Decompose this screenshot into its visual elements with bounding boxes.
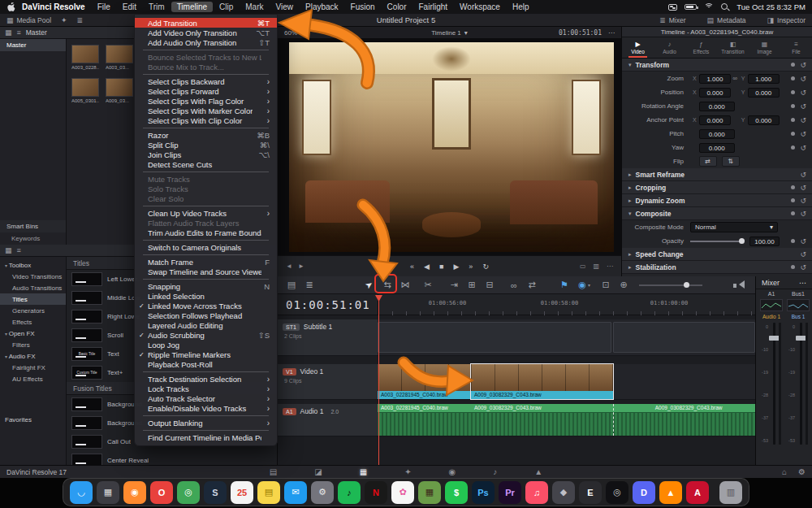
reset-icon[interactable]: ↺ [800, 75, 806, 83]
mixer-options-icon[interactable]: ⋯ [799, 279, 806, 287]
effects-nav-item[interactable]: Fairlight FX [0, 362, 66, 373]
menu-item[interactable]: ✓ Select Clips Forward › [135, 86, 277, 96]
audio-monitor-icon[interactable] [733, 280, 744, 289]
subtitle-track-header[interactable]: ST1 Subtitle 1 2 Clips [278, 319, 378, 356]
menu-item[interactable]: ✓ Selection Follows Playhead › [135, 310, 277, 320]
enable-toggle[interactable] [791, 198, 795, 202]
project-settings-icon[interactable]: ⚙ [798, 467, 806, 476]
flip-vertical-button[interactable]: ⇅ [722, 156, 740, 167]
menu-item[interactable]: ✓ Add Video Only Transition ⌥T › [135, 28, 277, 37]
menu-item[interactable]: ✓ Find Current Timeline in Media Pool › [135, 432, 277, 442]
zoom-fit-button[interactable]: ⊡ [597, 278, 615, 293]
inspector-tab[interactable]: ▶ Video [622, 37, 654, 58]
grid-view-icon[interactable]: ▦ [5, 28, 12, 37]
opacity-slider[interactable] [690, 241, 743, 242]
finder-dock-icon[interactable]: ◡ [70, 481, 93, 504]
yaw-input[interactable]: 0.000 [699, 143, 735, 153]
metadata-toggle[interactable]: ▤ Metadata [707, 16, 746, 24]
enable-toggle[interactable] [791, 265, 795, 269]
mark-clip-icon[interactable]: ▥ [593, 263, 599, 270]
premiere-dock-icon[interactable]: Pr [499, 481, 521, 504]
reset-icon[interactable]: ↺ [800, 250, 806, 258]
menu-item[interactable]: ✓ Add Transition ⌘T › [135, 18, 277, 28]
page-color[interactable]: ◉ [449, 467, 456, 478]
media-clip[interactable]: A009_03... [106, 78, 133, 103]
position-y-input[interactable]: 0.000 [748, 88, 780, 98]
keyframe-dot[interactable] [791, 104, 795, 108]
flip-horizontal-button[interactable]: ⇄ [699, 156, 717, 167]
go-to-start-button[interactable]: « [410, 263, 414, 271]
effects-nav-item[interactable]: Audio Transitions [0, 282, 66, 293]
insert-clip-button[interactable]: ⇥ [445, 278, 463, 293]
cash-dock-icon[interactable]: $ [445, 481, 468, 504]
project-manager-icon[interactable]: ⌂ [782, 467, 787, 476]
menu-item[interactable]: ✓ Match Frame F › [135, 257, 277, 267]
keyframe-dot[interactable] [791, 76, 795, 80]
reset-icon[interactable]: ↺ [800, 61, 806, 69]
wifi-icon[interactable] [704, 3, 714, 11]
spotlight-search-icon[interactable] [721, 3, 729, 11]
pitch-input[interactable]: 0.000 [699, 129, 735, 139]
speed-change-section-header[interactable]: ▸ Speed Change ↺ [622, 248, 812, 261]
epic-dock-icon[interactable]: E [579, 481, 602, 504]
menubar-menu[interactable]: Fusion [345, 2, 381, 12]
keyframe-dot[interactable] [791, 239, 795, 243]
apple-icon[interactable] [6, 2, 15, 12]
transform-section-header[interactable]: ▾ Transform ↺ [622, 59, 812, 72]
menu-item[interactable]: ✓ Select Clips Backward › [135, 76, 277, 86]
effects-nav-item[interactable]: Filters [0, 339, 66, 350]
page-fusion[interactable]: ✦ [404, 467, 411, 478]
cropping-section-header[interactable]: ▸ Cropping ↺ [622, 181, 812, 194]
steam-dock-icon[interactable]: S [204, 481, 227, 504]
media-clip[interactable]: A003_03... [106, 45, 133, 70]
chrome-dock-icon[interactable]: ◎ [177, 481, 200, 504]
track-badge[interactable]: ST1 [283, 323, 300, 331]
keyframe-dot[interactable] [791, 132, 795, 136]
menu-item[interactable]: ✓ Lock Tracks › [135, 384, 277, 393]
reset-icon[interactable]: ↺ [800, 130, 806, 138]
menu-item[interactable]: ✓ Split Clip ⌘\ › [135, 140, 277, 150]
selection-mode-tool[interactable]: ➤ [361, 278, 378, 293]
keyframe-dot[interactable] [791, 118, 795, 122]
grid-view-icon[interactable]: ▦ [5, 246, 12, 254]
jog-right-icon[interactable]: ► [298, 263, 304, 270]
effects-nav-item[interactable]: Toolbox [0, 259, 66, 271]
page-fairlight[interactable]: ♪ [493, 467, 497, 478]
anchor-x-input[interactable]: 0.000 [699, 115, 731, 125]
acrobat-dock-icon[interactable]: A [686, 481, 709, 504]
minecraft-dock-icon[interactable]: ▦ [418, 481, 441, 504]
flag-button[interactable]: ⚑ [555, 278, 573, 293]
effects-nav-item[interactable]: Effects [0, 316, 66, 328]
dynamic-trim-mode-tool[interactable]: ⋈ [396, 278, 414, 293]
position-x-input[interactable]: 0.000 [699, 88, 731, 98]
zoom-slider-knob[interactable] [684, 282, 689, 288]
menu-item[interactable]: ✓ Select Clips With Clip Color › [135, 115, 277, 125]
menu-item[interactable]: ✓ Track Destination Selection › [135, 374, 277, 384]
inspector-tab[interactable]: ◧ Transition [717, 37, 749, 58]
effects-nav-item[interactable]: Titles [0, 293, 66, 305]
overwrite-clip-button[interactable]: ⊞ [463, 278, 481, 293]
video-track-header[interactable]: V1 Video 1 9 Clips [278, 364, 378, 400]
zoom-x-input[interactable]: 1.000 [699, 74, 731, 84]
menu-item[interactable]: ✓ Snapping N › [135, 281, 277, 291]
menu-item[interactable]: ✓ Linked Move Across Tracks › [135, 301, 277, 310]
opacity-input[interactable]: 100.00 [749, 237, 780, 246]
menu-item[interactable]: ✓ Clean Up Video Tracks › [135, 208, 277, 218]
effects-nav-item[interactable]: Favorites [0, 414, 66, 425]
media-pool-toggle[interactable]: ▦ Media Pool [6, 16, 51, 24]
effects-nav-item[interactable]: AU Effects [0, 373, 66, 384]
loop-button[interactable]: ↻ [482, 263, 489, 271]
menubar-app-name[interactable]: DaVinci Resolve [16, 2, 91, 12]
edit-index-toggle[interactable]: ≣ [77, 16, 84, 24]
menubar-menu[interactable]: Clip [214, 2, 239, 12]
play-reverse-button[interactable]: ◀ [424, 263, 430, 271]
effects-library-toggle[interactable]: ✦ [61, 16, 67, 24]
menubar-menu[interactable]: Help [507, 2, 535, 12]
list-view-icon[interactable]: ≡ [17, 246, 21, 254]
reset-icon[interactable]: ↺ [800, 116, 806, 124]
video-clip-selected[interactable]: A009_03082329_C043.braw [471, 364, 613, 399]
timeline-ruler[interactable]: 01:00:56:00 01:00:58:00 01:01:00:00 [378, 294, 755, 315]
replace-clip-button[interactable]: ⊟ [481, 278, 499, 293]
menubar-clock[interactable]: Tue Oct 25 8:32 PM [736, 2, 806, 11]
keywords-item[interactable]: Keywords [0, 232, 66, 245]
